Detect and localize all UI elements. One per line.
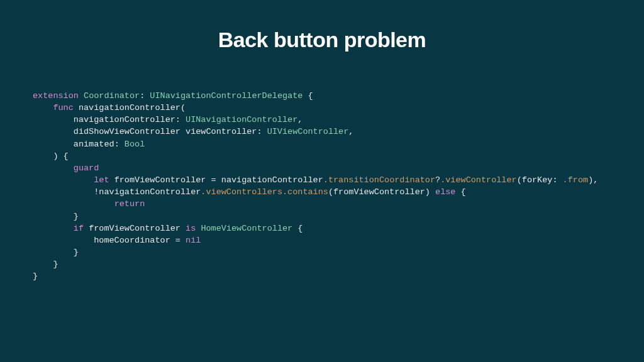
code-token: let [94, 175, 109, 185]
code-token [180, 224, 186, 233]
code-token [33, 163, 74, 173]
code-token: .contains [282, 187, 328, 197]
code-token: .viewController [440, 175, 517, 185]
code-token: = [170, 236, 186, 245]
code-token: nil [186, 236, 201, 245]
code-token: : [140, 91, 150, 101]
code-token: : [114, 140, 125, 149]
code-token: didShowViewController viewController [74, 127, 257, 136]
slide-title: Back button problem [33, 28, 611, 52]
code-token: (forKey: [517, 175, 563, 185]
code-token [33, 175, 94, 185]
code-token [33, 151, 53, 161]
code-token: { [303, 91, 313, 101]
code-token: ) { [53, 151, 68, 161]
code-token [109, 175, 114, 185]
code-token [33, 260, 53, 269]
slide: Back button problem extension Coordinato… [0, 0, 644, 362]
code-token [33, 103, 53, 112]
code-token: } [33, 272, 38, 281]
code-token [33, 236, 94, 245]
code-token: ? [435, 175, 440, 185]
code-token: UIViewController [267, 127, 349, 136]
code-token [33, 140, 74, 149]
code-token [33, 187, 94, 197]
code-token: .transitionCoordinator [323, 175, 435, 185]
code-token: } [74, 212, 79, 221]
code-token: fromViewController [89, 224, 180, 233]
code-token: navigationController [74, 115, 175, 124]
code-token [33, 212, 74, 221]
code-token [84, 224, 89, 233]
code-token: func [53, 103, 73, 112]
code-token: : [175, 115, 186, 124]
code-token [33, 224, 74, 233]
code-token: navigationController [99, 187, 201, 197]
code-token: Bool [125, 140, 145, 149]
code-token: guard [74, 163, 99, 173]
code-token [74, 103, 79, 112]
code-token: : [257, 127, 267, 136]
code-token: (fromViewController) [328, 187, 435, 197]
code-token: HomeViewController [201, 224, 292, 233]
code-token: animated [74, 140, 114, 149]
code-token: navigationController [221, 175, 323, 185]
code-token: , [297, 115, 303, 124]
code-token: { [292, 224, 303, 233]
code-token: return [114, 199, 145, 209]
code-token [33, 127, 74, 136]
code-token: UINavigationControllerDelegate [150, 91, 303, 101]
code-token: else [435, 187, 455, 197]
code-token [33, 199, 114, 209]
code-token [79, 91, 84, 101]
code-token: { [455, 187, 465, 197]
code-token: .viewControllers [201, 187, 282, 197]
code-token: ( [180, 103, 186, 112]
code-token: extension [33, 91, 79, 101]
code-token: = [206, 175, 221, 185]
code-token [33, 248, 74, 257]
code-token: if [74, 224, 84, 233]
code-token: } [53, 260, 58, 269]
code-token: homeCoordinator [94, 236, 170, 245]
code-token [33, 115, 74, 124]
code-token: UINavigationController [186, 115, 297, 124]
code-token: ), [588, 175, 598, 185]
code-token: is [186, 224, 196, 233]
code-token: .from [563, 175, 589, 185]
code-token: navigationController [79, 103, 180, 112]
code-token: Coordinator [84, 91, 140, 101]
code-token: fromViewController [114, 175, 206, 185]
code-block: extension Coordinator: UINavigationContr… [33, 90, 611, 283]
code-token: } [74, 248, 79, 257]
code-token: , [348, 127, 353, 136]
